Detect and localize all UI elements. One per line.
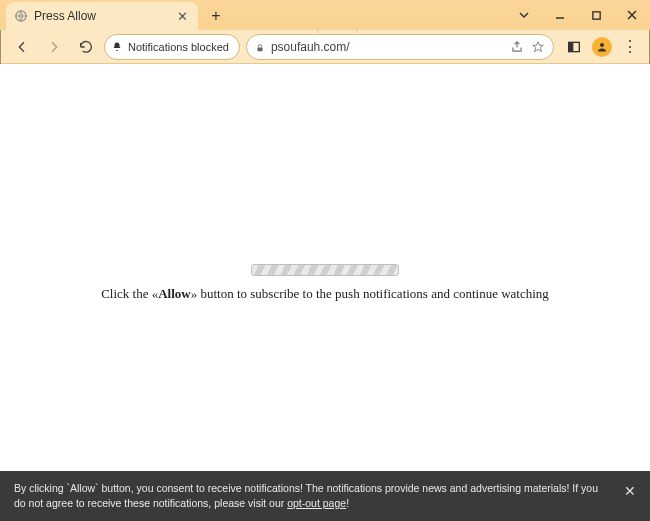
side-panel-icon[interactable] <box>562 35 586 59</box>
kebab-menu-icon[interactable]: ⋮ <box>618 35 642 59</box>
back-button[interactable] <box>8 33 36 61</box>
svg-point-5 <box>600 43 604 47</box>
forward-button[interactable] <box>40 33 68 61</box>
instruction-prefix: Click the « <box>101 286 158 301</box>
svg-rect-1 <box>592 11 599 18</box>
avatar-icon <box>592 37 612 57</box>
consent-close-icon[interactable]: ✕ <box>624 481 636 501</box>
title-bar: Press Allow ✕ + <box>0 0 650 30</box>
opt-out-link[interactable]: opt-out page <box>287 497 346 509</box>
globe-icon <box>14 9 28 23</box>
window-minimize-button[interactable] <box>542 0 578 30</box>
address-bar[interactable]: psoufauh.com/ <box>246 34 554 60</box>
reload-button[interactable] <box>72 33 100 61</box>
tab-close-icon[interactable]: ✕ <box>177 9 188 24</box>
instruction-text: Click the «Allow» button to subscribe to… <box>0 286 650 302</box>
loading-bar <box>251 264 399 276</box>
consent-text-2: ! <box>346 497 349 509</box>
tab-title: Press Allow <box>34 9 171 23</box>
profile-avatar[interactable] <box>590 35 614 59</box>
bookmark-star-icon[interactable] <box>531 40 545 54</box>
browser-toolbar: Notifications blocked psoufauh.com/ ⋮ <box>0 30 650 64</box>
notifications-blocked-chip[interactable]: Notifications blocked <box>104 34 240 60</box>
bell-icon <box>111 41 123 53</box>
toolbar-right-group: ⋮ <box>562 35 642 59</box>
address-row: Notifications blocked psoufauh.com/ <box>104 34 554 60</box>
url-text: psoufauh.com/ <box>271 40 504 54</box>
chevron-down-icon[interactable] <box>506 0 542 30</box>
page-viewport: Click the «Allow» button to subscribe to… <box>0 64 650 521</box>
window-close-button[interactable] <box>614 0 650 30</box>
consent-bar: By clicking `Allow` button, you consent … <box>0 471 650 521</box>
notifications-blocked-label: Notifications blocked <box>128 41 229 53</box>
window-maximize-button[interactable] <box>578 0 614 30</box>
new-tab-button[interactable]: + <box>204 4 228 28</box>
share-icon[interactable] <box>510 40 524 54</box>
instruction-suffix: » button to subscribe to the push notifi… <box>191 286 549 301</box>
window-controls <box>506 0 650 30</box>
instruction-allow-word: Allow <box>158 286 191 301</box>
svg-rect-2 <box>257 47 262 51</box>
lock-icon <box>255 42 265 52</box>
svg-rect-4 <box>569 42 574 51</box>
browser-tab[interactable]: Press Allow ✕ <box>6 2 198 30</box>
